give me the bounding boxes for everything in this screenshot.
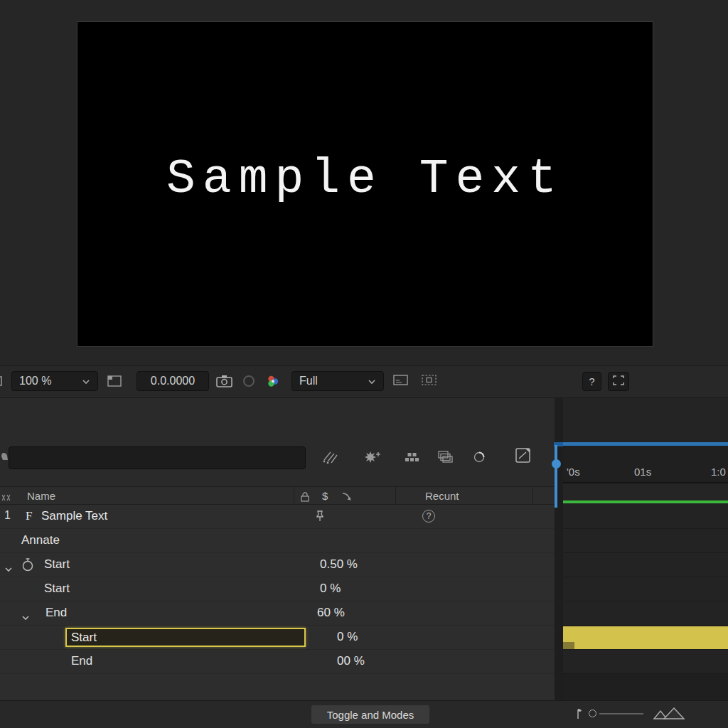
chevron-down-icon [368, 375, 376, 387]
row-start-group[interactable]: Start 0.50 % [0, 553, 555, 577]
header-clipped-icon [1, 492, 11, 505]
pushpin-icon[interactable] [314, 510, 326, 526]
stopwatch-icon[interactable] [21, 557, 34, 575]
property-label[interactable]: Start [44, 557, 70, 572]
graph-editor-icon[interactable] [515, 446, 533, 468]
row-start-edit[interactable]: 0 % [0, 626, 555, 650]
column-divider [532, 487, 533, 505]
layer-rows: 1 F Sample Text ? Annate [0, 505, 555, 700]
property-value[interactable]: 00 % [337, 654, 365, 668]
timeline-track-area: '0s 01s 1:0 [563, 398, 728, 700]
property-label[interactable]: End [46, 606, 67, 620]
column-recunt-label[interactable]: Recunt [425, 490, 459, 502]
timeline-bottom-bar: Toggle and Modes [0, 700, 728, 728]
resolution-value: Full [299, 375, 318, 387]
ruler-label: 01s [634, 466, 651, 478]
track-row[interactable] [563, 577, 728, 601]
grid-options-icon[interactable] [107, 374, 124, 391]
chevron-down-icon [82, 375, 90, 387]
zoom-mountains-icon[interactable] [653, 706, 690, 724]
row-end[interactable]: End 00 % [0, 650, 555, 674]
live-update-icon[interactable] [321, 449, 340, 468]
fit-view-icon [612, 375, 625, 388]
resolution-select[interactable]: Full [291, 371, 384, 391]
layer-index: 1 [4, 509, 11, 522]
toggle-label: Toggle and Modes [327, 709, 414, 721]
row-end-group[interactable]: End 60 % [0, 601, 555, 626]
time-ruler[interactable]: '0s 01s 1:0 [563, 446, 728, 483]
value-bar-notch [563, 642, 574, 649]
track-row[interactable] [563, 505, 728, 529]
property-value[interactable]: 60 % [317, 606, 345, 620]
column-name-label[interactable]: Name [27, 490, 55, 502]
help-label: ? [589, 375, 594, 387]
empty-row [0, 674, 555, 698]
property-label[interactable]: End [71, 654, 92, 668]
composition-panel: Sample Text [0, 0, 728, 365]
track-row[interactable] [563, 650, 728, 674]
motion-blur-circle-icon[interactable] [471, 449, 488, 468]
column-divider [395, 487, 396, 505]
composition-viewer[interactable]: Sample Text [77, 21, 653, 347]
text-layer-badge: F [26, 509, 32, 523]
row-animate[interactable]: Annate [0, 529, 555, 553]
show-snapshot-icon[interactable] [242, 374, 256, 391]
hand-icon[interactable] [0, 451, 9, 465]
ruler-label: '0s [567, 466, 580, 478]
after-effects-window: Sample Text 100 % 0.0.0000 [0, 0, 728, 728]
track-row[interactable] [563, 553, 728, 577]
timecode-value: 0.0.0000 [151, 375, 195, 387]
timeline-panel: Name $ Recunt 1 F Sample [0, 398, 728, 700]
zoom-value: 100 % [19, 375, 51, 387]
track-bottom-area [563, 674, 728, 700]
viewer-sample-text: Sample Text [166, 151, 564, 206]
clipped-toolbar-icon[interactable] [0, 374, 4, 391]
property-value[interactable]: 0 % [337, 630, 358, 644]
playhead-head[interactable] [552, 459, 561, 469]
layer-name[interactable]: Sample Text [41, 509, 107, 523]
chevron-down-icon[interactable] [21, 611, 30, 623]
layer-duration-bar[interactable] [563, 500, 728, 503]
layers-stack-icon[interactable] [437, 449, 455, 468]
property-label[interactable]: Start [44, 582, 70, 596]
zoom-select[interactable]: 100 % [11, 371, 98, 391]
track-row[interactable] [563, 601, 728, 626]
timeline-column-header: Name $ Recunt [0, 486, 555, 505]
comp-marker-icon[interactable] [573, 707, 583, 724]
lock-icon[interactable] [300, 491, 310, 505]
zoom-slider-track[interactable] [599, 713, 643, 714]
track-row[interactable] [563, 529, 728, 553]
parent-help-icon[interactable]: ? [422, 510, 435, 523]
frame-blend-blocks-icon[interactable] [404, 449, 421, 466]
timecode-field[interactable]: 0.0.0000 [136, 371, 209, 391]
snapshot-camera-icon[interactable] [216, 374, 233, 391]
dollar-icon[interactable]: $ [322, 490, 328, 502]
region-of-interest-icon[interactable] [392, 374, 410, 390]
fit-view-button[interactable] [608, 372, 629, 391]
keyframe-value-bar[interactable] [563, 626, 728, 649]
property-edit-input[interactable] [65, 628, 306, 647]
transparency-grid-icon[interactable] [421, 374, 438, 390]
row-start[interactable]: Start 0 % [0, 577, 555, 601]
chevron-down-icon[interactable] [4, 562, 13, 575]
help-button[interactable]: ? [582, 372, 601, 391]
layer-row[interactable]: 1 F Sample Text ? [0, 505, 555, 529]
channels-icon[interactable] [266, 374, 280, 391]
viewer-toolbar: 100 % 0.0.0000 Full [0, 365, 728, 398]
add-effect-star-icon[interactable] [364, 449, 382, 468]
parent-pickwhip-icon[interactable] [341, 491, 354, 505]
ruler-label: 1:0 [711, 466, 726, 478]
playhead-line[interactable] [555, 445, 557, 508]
track-header-strip [563, 483, 728, 500]
timeline-left-panel: Name $ Recunt 1 F Sample [0, 398, 555, 700]
property-label[interactable]: Annate [21, 533, 60, 547]
timeline-search-input[interactable] [9, 446, 306, 469]
column-divider [294, 487, 294, 505]
property-value[interactable]: 0.50 % [320, 557, 358, 572]
zoom-slider-knob[interactable] [589, 710, 596, 717]
property-value[interactable]: 0 % [320, 582, 341, 596]
toggle-switches-modes-button[interactable]: Toggle and Modes [311, 705, 429, 724]
